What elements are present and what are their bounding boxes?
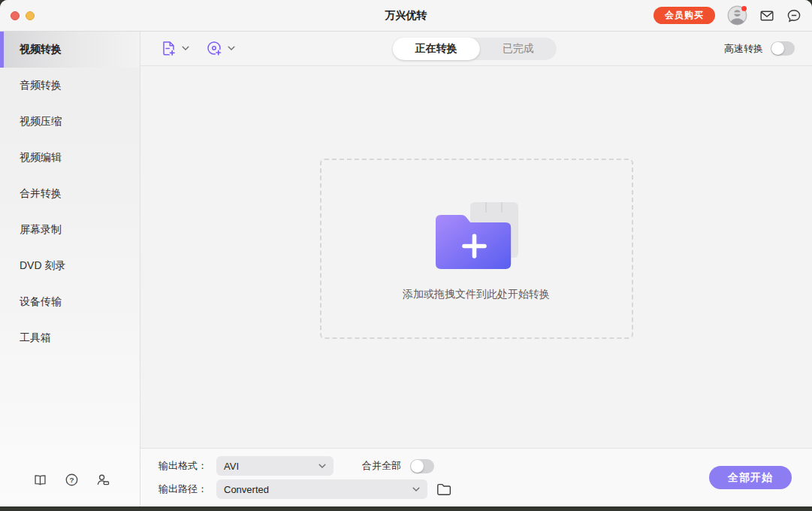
sidebar-item-label: DVD 刻录	[20, 259, 65, 273]
person-circle-icon	[727, 5, 747, 26]
sidebar-item-label: 视频转换	[20, 43, 62, 56]
messages-button[interactable]	[759, 8, 774, 23]
sidebar-item-label: 合并转换	[20, 187, 62, 201]
output-format-value: AVI	[224, 461, 239, 472]
sidebar-item-audio-convert[interactable]: 音频转换	[0, 68, 140, 104]
main-panel: 正在转换 已完成 高速转换	[140, 32, 812, 506]
merge-all-label: 合并全部	[362, 459, 401, 473]
tab-converting[interactable]: 正在转换	[393, 38, 480, 60]
sidebar-item-video-edit[interactable]: 视频编辑	[0, 140, 140, 176]
titlebar: 万兴优转 会员购买	[0, 0, 812, 32]
feedback-button[interactable]	[786, 8, 801, 23]
add-disc-button[interactable]	[206, 40, 235, 57]
toggle-knob	[771, 42, 784, 55]
content-area: 添加或拖拽文件到此处开始转换	[140, 66, 812, 448]
sidebar-item-label: 视频编辑	[20, 151, 62, 165]
user-guide-button[interactable]	[33, 473, 47, 487]
sidebar-item-label: 屏幕录制	[20, 223, 62, 237]
notification-dot	[741, 6, 747, 11]
mail-icon	[759, 8, 774, 23]
high-speed-label: 高速转换	[724, 42, 763, 56]
toggle-knob	[411, 460, 424, 473]
chat-bubble-icon	[786, 8, 801, 23]
help-button[interactable]: ?	[65, 473, 79, 487]
folder-icon	[436, 482, 451, 496]
high-speed-toggle[interactable]	[771, 41, 795, 56]
output-settings: 输出格式： AVI 合并全部 输出路径：	[158, 456, 451, 499]
chevron-down-icon	[318, 464, 326, 469]
sidebar-item-dvd-burn[interactable]: DVD 刻录	[0, 248, 140, 284]
add-disc-icon	[206, 40, 223, 57]
account-avatar[interactable]	[727, 5, 747, 26]
sidebar-item-label: 音频转换	[20, 79, 62, 92]
convert-status-tabs: 正在转换 已完成	[393, 38, 557, 60]
add-files-button[interactable]	[160, 40, 189, 57]
add-file-icon	[160, 40, 177, 57]
browse-folder-button[interactable]	[436, 482, 451, 496]
community-icon	[96, 473, 110, 487]
book-icon	[33, 473, 47, 487]
traffic-lights	[11, 11, 35, 20]
chevron-down-icon	[228, 46, 235, 51]
chevron-down-icon	[412, 487, 420, 492]
sidebar-item-video-convert[interactable]: 视频转换	[0, 32, 140, 68]
tab-finished[interactable]: 已完成	[480, 38, 557, 60]
output-path-value: Converted	[224, 484, 269, 495]
membership-purchase-button[interactable]: 会员购买	[654, 7, 715, 24]
toolbar-add-group	[140, 40, 235, 57]
merge-all-toggle[interactable]	[410, 459, 434, 473]
app-window: 万兴优转 会员购买	[0, 0, 812, 506]
sidebar-item-device-transfer[interactable]: 设备传输	[0, 284, 140, 320]
output-path-select[interactable]: Converted	[216, 479, 427, 499]
file-drop-zone[interactable]: 添加或拖拽文件到此处开始转换	[320, 159, 633, 339]
sidebar-item-merge-convert[interactable]: 合并转换	[0, 176, 140, 212]
bottom-bar: 输出格式： AVI 合并全部 输出路径：	[140, 448, 812, 506]
svg-text:?: ?	[69, 476, 74, 484]
sidebar-item-screen-record[interactable]: 屏幕录制	[0, 212, 140, 248]
high-speed-group: 高速转换	[724, 41, 812, 56]
output-path-row: 输出路径： Converted	[158, 479, 451, 499]
output-format-select[interactable]: AVI	[216, 456, 334, 476]
chevron-down-icon	[182, 46, 189, 51]
close-window-button[interactable]	[11, 11, 20, 20]
app-body: 视频转换 音频转换 视频压缩 视频编辑 合并转换 屏幕录制 DVD 刻录 设备传…	[0, 32, 812, 506]
start-all-button[interactable]: 全部开始	[709, 466, 792, 489]
help-icon: ?	[65, 473, 79, 487]
sidebar-item-label: 设备传输	[20, 295, 62, 309]
sidebar-item-video-compress[interactable]: 视频压缩	[0, 104, 140, 140]
minimize-window-button[interactable]	[26, 11, 35, 20]
folder-plus-icon	[427, 196, 526, 273]
toolbar: 正在转换 已完成 高速转换	[140, 32, 812, 66]
drop-zone-hint: 添加或拖拽文件到此处开始转换	[403, 288, 550, 301]
community-button[interactable]	[96, 473, 110, 487]
output-format-row: 输出格式： AVI 合并全部	[158, 456, 451, 476]
output-format-label: 输出格式：	[158, 459, 207, 473]
sidebar-item-label: 工具箱	[20, 331, 51, 345]
sidebar-item-label: 视频压缩	[20, 115, 62, 129]
sidebar-item-toolbox[interactable]: 工具箱	[0, 320, 140, 356]
output-path-label: 输出路径：	[158, 482, 207, 496]
titlebar-actions: 会员购买	[654, 5, 801, 26]
sidebar: 视频转换 音频转换 视频压缩 视频编辑 合并转换 屏幕录制 DVD 刻录 设备传…	[0, 32, 140, 506]
sidebar-footer: ?	[0, 473, 140, 506]
